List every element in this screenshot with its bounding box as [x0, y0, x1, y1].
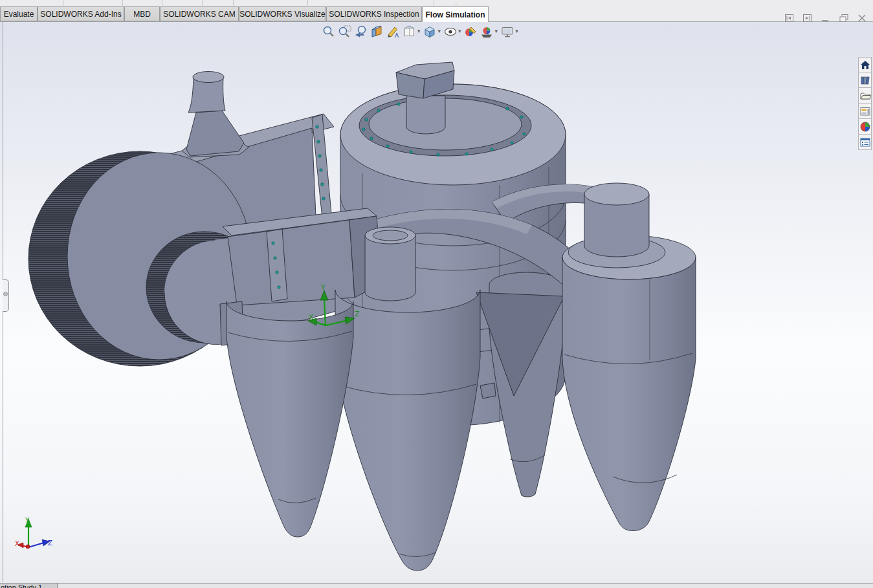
- file-explorer-button[interactable]: [858, 88, 872, 103]
- zoom-to-fit-button[interactable]: [320, 23, 337, 39]
- pane-collapse-right-button[interactable]: [802, 13, 813, 23]
- motion-study-tab[interactable]: otion Study 1: [0, 583, 58, 588]
- display-style-button[interactable]: [422, 23, 438, 39]
- close-button[interactable]: [857, 13, 867, 23]
- hide-show-items-button[interactable]: [442, 23, 458, 39]
- corner-x-label: X: [15, 540, 19, 547]
- pane-collapse-left-button[interactable]: [784, 13, 795, 23]
- svg-text:A: A: [395, 32, 399, 39]
- tab-solidworks-add-ins[interactable]: SOLIDWORKS Add-Ins: [38, 6, 124, 21]
- corner-y-label: Y: [25, 517, 30, 524]
- vortex-cylinder-center: [365, 227, 415, 301]
- window-controls: [784, 13, 867, 25]
- apply-scene-button[interactable]: [479, 23, 495, 39]
- tab-solidworks-cam[interactable]: SOLIDWORKS CAM: [160, 6, 239, 21]
- previous-view-button[interactable]: [353, 23, 369, 39]
- custom-properties-button[interactable]: [858, 135, 872, 150]
- tab-solidworks-visualize[interactable]: SOLIDWORKS Visualize: [239, 6, 326, 21]
- section-view-button[interactable]: [369, 23, 385, 39]
- origin-z-label: Z: [355, 310, 360, 318]
- graphics-viewport[interactable]: X Y Z X Y Z: [0, 22, 873, 583]
- origin-y-label: Y: [320, 283, 326, 292]
- task-pane-tabs: [858, 57, 873, 150]
- view-palette-button[interactable]: [858, 103, 872, 119]
- toolbar-icon-fragment: [452, 0, 463, 5]
- display-style-dropdown[interactable]: ▾: [438, 23, 441, 39]
- corner-z-label: Z: [48, 539, 52, 547]
- motion-manager-bar: otion Study 1: [0, 583, 873, 588]
- zoom-to-area-button[interactable]: [337, 23, 353, 39]
- view-orientation-dropdown[interactable]: ▾: [417, 23, 421, 39]
- home-button[interactable]: [858, 57, 872, 72]
- edit-appearance-button[interactable]: [463, 23, 479, 39]
- hide-show-items-dropdown[interactable]: ▾: [458, 23, 461, 39]
- restore-button[interactable]: [839, 13, 849, 23]
- origin-x-label: X: [309, 313, 314, 321]
- tab-solidworks-inspection[interactable]: SOLIDWORKS Inspection: [326, 6, 422, 21]
- appearances-scenes-button[interactable]: [858, 119, 872, 135]
- apply-scene-dropdown[interactable]: ▾: [495, 23, 498, 39]
- view-settings-dropdown[interactable]: ▾: [515, 23, 518, 39]
- model-3d-view[interactable]: X Y Z X Y Z: [0, 22, 873, 583]
- tab-mbd[interactable]: MBD: [124, 6, 160, 21]
- minimize-button[interactable]: [821, 13, 831, 23]
- command-manager-tabbar: Evaluate SOLIDWORKS Add-Ins MBD SOLIDWOR…: [0, 6, 873, 22]
- flyout-handle-dot: [3, 292, 8, 296]
- feature-panel-flyout-tab[interactable]: [3, 279, 9, 312]
- tab-evaluate[interactable]: Evaluate: [0, 6, 38, 21]
- ribbon-cutoff-strip: [0, 0, 873, 6]
- sketch-annotation-button[interactable]: A: [385, 23, 401, 39]
- design-library-button[interactable]: [858, 72, 872, 88]
- heads-up-view-toolbar: A ▾ ▾ ▾ ▾ ▾: [320, 23, 520, 39]
- view-orientation-button[interactable]: [401, 23, 417, 39]
- view-settings-button[interactable]: [499, 23, 515, 39]
- tab-flow-simulation[interactable]: Flow Simulation: [422, 6, 489, 22]
- vortex-cylinder-right: [584, 183, 649, 257]
